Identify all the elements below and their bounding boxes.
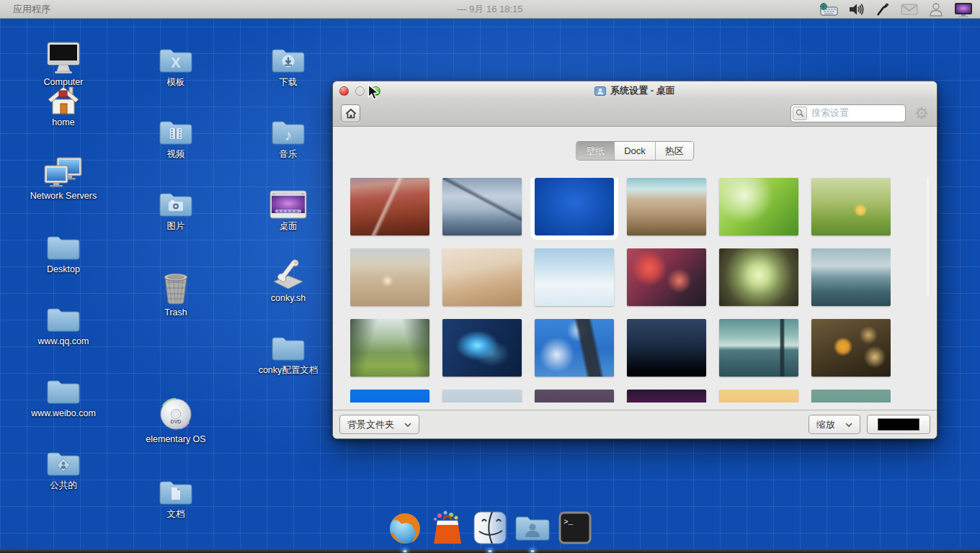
chevron-down-icon [404,423,411,427]
desktop-icon-elementary-os-dvd[interactable]: DVD elementary OS [133,395,219,444]
desktop-icon-public-folder[interactable]: 公共的 [20,441,107,490]
network-servers-icon [20,151,107,189]
wallpaper-thumbnail[interactable] [719,248,798,306]
svg-text:X: X [171,55,181,71]
search-input[interactable]: 搜索设置 [790,104,906,122]
background-color-button[interactable] [867,415,930,434]
computer-icon [20,37,107,75]
wallpaper-thumbnail[interactable] [627,390,706,403]
maximize-button[interactable] [371,86,380,96]
volume-icon[interactable] [849,0,865,19]
software-center-icon [429,510,466,546]
desktop-icon-conky-script[interactable]: conky.sh [245,253,331,303]
zoom-mode-dropdown[interactable]: 缩放 [808,415,860,434]
desktop-icon-label: conky配置文档 [245,365,331,375]
wallpaper-thumbnail[interactable] [627,319,706,377]
zoom-mode-label: 缩放 [816,418,835,431]
wallpaper-thumbnail[interactable] [350,248,429,306]
scrollbar-thumb[interactable] [927,177,929,296]
running-indicator [404,550,407,552]
desktop-icon-network-servers[interactable]: Network Servers [20,151,107,201]
documents-folder-icon [133,469,219,507]
wallpaper-thumbnail[interactable] [811,248,891,306]
dock-item-software-center[interactable] [429,510,466,546]
home-icon [20,78,107,115]
running-indicator [489,550,492,552]
wallpaper-thumbnail[interactable] [811,319,891,377]
wallpaper-thumbnail[interactable] [350,390,429,403]
window-title: 系统设置 - 桌面 [594,84,675,97]
window-toolbar: 搜索设置 [333,100,937,127]
wallpaper-thumbnail[interactable] [719,319,798,377]
settings-app-icon [594,86,606,96]
desktop-icon-weibo-folder[interactable]: www.weibo.com [20,369,107,418]
wallpaper-thumbnail[interactable] [442,319,522,377]
wallpaper-thumbnail[interactable] [719,178,798,235]
desktop-icon-qq-folder[interactable]: www.qq.com [20,297,107,346]
window-title-text: 系统设置 - 桌面 [610,84,675,97]
wallpaper-thumbnail[interactable] [535,390,614,403]
input-method-keyboard-icon[interactable] [819,0,838,19]
wallpaper-thumbnail-selected[interactable] [535,178,614,235]
background-folder-dropdown[interactable]: 背景文件夹 [339,415,419,434]
system-settings-window: 系统设置 - 桌面 搜索设置 壁纸 Dock [332,81,937,439]
desktop-icon-downloads-folder[interactable]: 下载 [245,37,331,87]
wallpaper-thumbnail[interactable] [442,390,522,403]
desktop-icon-trash[interactable]: Trash [133,268,219,318]
wallpaper-thumbnail[interactable] [535,319,614,377]
wallpaper-thumbnail[interactable] [350,178,429,235]
dock-item-home-folder[interactable] [514,510,551,546]
dock-item-terminal[interactable]: >_ [557,510,593,546]
desktop-icon-music-folder[interactable]: ♪ 音乐 [245,109,331,159]
minimize-button[interactable] [355,86,365,96]
tab-wallpaper[interactable]: 壁纸 [576,142,615,160]
wallpaper-thumbnail[interactable] [811,178,891,235]
desktop-icon-label: 文档 [133,509,219,519]
home-button[interactable] [341,104,360,122]
mail-icon[interactable] [901,0,918,19]
wallpaper-thumbnail[interactable] [719,390,798,403]
folder-icon [245,325,331,363]
category-tabs: 壁纸 Dock 热区 [576,141,694,161]
desktop-icon-videos-folder[interactable]: 视频 [133,109,219,159]
window-titlebar[interactable]: 系统设置 - 桌面 [333,81,937,100]
chevron-down-icon [845,423,852,427]
terminal-icon: >_ [558,511,592,544]
running-indicator [531,550,535,552]
tab-hot-corners[interactable]: 热区 [656,142,693,160]
desktop-icon-label: 视频 [133,149,219,159]
desktop-icon-conky-config-folder[interactable]: conky配置文档 [245,325,331,375]
desktop-icon-desktop-folder[interactable]: Desktop [20,225,107,274]
desktop-icon-pictures-folder[interactable]: 图片 [133,181,219,231]
desktop-icon-home[interactable]: home [20,78,107,127]
wallpaper-thumbnail[interactable] [811,390,891,403]
gear-icon[interactable] [914,106,929,120]
dock-item-files[interactable] [472,510,508,546]
desktop-icon-documents-folder[interactable]: 文档 [133,469,219,519]
wallpaper-thumbnail[interactable] [442,178,522,235]
stylus-tool-icon[interactable] [876,0,890,19]
dock-item-firefox[interactable] [387,510,423,546]
display-session-icon[interactable] [954,0,973,19]
wallpaper-thumbnail[interactable] [442,248,522,306]
desktop-preview-icon [245,181,331,219]
public-folder-icon [20,441,107,478]
home-glyph-icon [345,108,357,119]
desktop-icon-label: www.weibo.com [20,408,107,418]
tab-dock[interactable]: Dock [615,142,656,160]
wallpaper-thumbnail[interactable] [535,248,614,306]
dock: >_ [387,510,593,546]
close-button[interactable] [339,86,349,96]
desktop-icon-desktop-preview[interactable]: 桌面 [245,181,331,231]
desktop-icon-label: 桌面 [245,221,331,231]
dvd-disc-icon: DVD [133,395,219,432]
user-account-icon[interactable] [929,0,943,19]
wallpaper-thumbnail[interactable] [627,248,706,306]
wallpaper-thumbnail[interactable] [627,178,706,235]
svg-text:>_: >_ [564,518,574,526]
desktop-icon-label: Trash [133,307,219,318]
desktop-icon-templates-folder[interactable]: X 模板 [133,37,219,87]
wallpaper-grid [350,178,891,403]
wallpaper-thumbnail[interactable] [350,319,429,377]
files-icon [473,511,507,545]
